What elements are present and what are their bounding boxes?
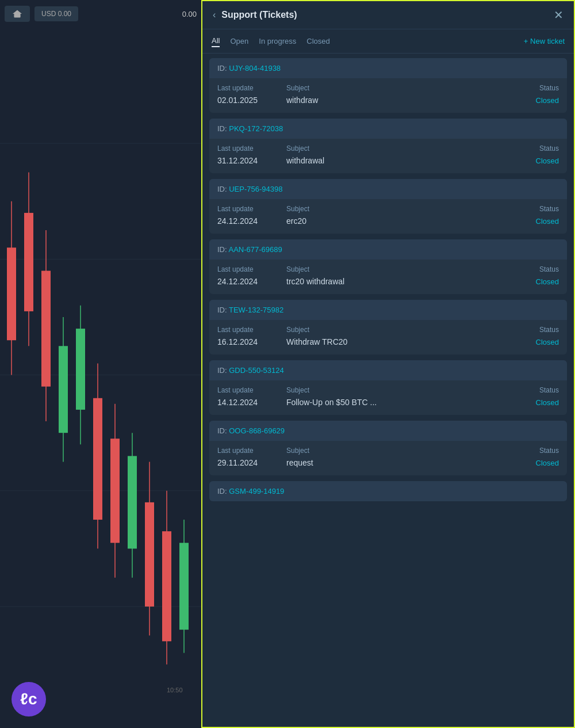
- ticket-id-link[interactable]: PKQ-172-72038: [229, 124, 283, 133]
- tickets-list: ID: UJY-804-41938 Last update Subject St…: [202, 54, 574, 727]
- ticket-subject: Withdraw TRC20: [286, 337, 524, 346]
- panel-header: ‹ Support (Tickets) ✕: [202, 1, 574, 29]
- ticket-meta-headers: Last update Subject Status: [217, 265, 559, 273]
- new-ticket-button[interactable]: + New ticket: [524, 37, 565, 45]
- ticket-card[interactable]: ID: GDD-550-53124 Last update Subject St…: [209, 360, 567, 415]
- ticket-id-link[interactable]: GDD-550-53124: [229, 366, 283, 375]
- tab-open[interactable]: Open: [230, 36, 248, 47]
- subject-label: Subject: [286, 447, 524, 455]
- ticket-id-row: ID: UEP-756-94398: [209, 179, 567, 199]
- ticket-status: Closed: [524, 157, 559, 165]
- ticket-status: Closed: [524, 398, 559, 407]
- svg-rect-11: [41, 270, 51, 386]
- ticket-meta-values: 14.12.2024 Follow-Up on $50 BTC ... Clos…: [217, 398, 559, 407]
- ticket-id-link[interactable]: AAN-677-69689: [229, 245, 282, 254]
- ticket-id-prefix: ID:: [217, 487, 229, 496]
- ticket-meta-headers: Last update Subject Status: [217, 326, 559, 334]
- ticket-date: 16.12.2024: [217, 337, 286, 346]
- ticket-meta-values: 29.11.2024 request Closed: [217, 458, 559, 467]
- ticket-id-link[interactable]: OOG-868-69629: [229, 426, 285, 435]
- ticket-card[interactable]: ID: GSM-499-14919: [209, 481, 567, 501]
- chart-price: 0.00: [182, 10, 197, 18]
- status-label: Status: [524, 326, 559, 334]
- ticket-subject: withdrawal: [286, 156, 524, 165]
- ticket-card[interactable]: ID: TEW-132-75982 Last update Subject St…: [209, 300, 567, 355]
- ticket-subject: Follow-Up on $50 BTC ...: [286, 398, 524, 407]
- ticket-card[interactable]: ID: UJY-804-41938 Last update Subject St…: [209, 58, 567, 113]
- subject-label: Subject: [286, 205, 524, 213]
- tab-all[interactable]: All: [212, 35, 220, 47]
- ticket-id-prefix: ID:: [217, 185, 229, 193]
- svg-rect-17: [93, 398, 102, 520]
- subject-label: Subject: [286, 265, 524, 273]
- ticket-meta-values: 31.12.2024 withdrawal Closed: [217, 156, 559, 165]
- ticket-details: Last update Subject Status 16.12.2024 Wi…: [209, 320, 567, 355]
- last-update-label: Last update: [217, 265, 286, 273]
- ticket-id-link[interactable]: UJY-804-41938: [229, 64, 281, 73]
- svg-rect-13: [59, 346, 68, 433]
- svg-rect-7: [7, 247, 16, 340]
- ticket-date: 02.01.2025: [217, 96, 286, 105]
- ticket-subject: trc20 withdrawal: [286, 277, 524, 286]
- ticket-subject: erc20: [286, 216, 524, 226]
- ticket-id-row: ID: OOG-868-69629: [209, 421, 567, 441]
- chart-canvas: 10:50: [0, 28, 201, 711]
- ticket-subject: request: [286, 458, 524, 467]
- ticket-card[interactable]: ID: OOG-868-69629 Last update Subject St…: [209, 421, 567, 475]
- balance-button[interactable]: USD 0.00: [34, 6, 78, 21]
- ticket-status: Closed: [524, 338, 559, 346]
- ticket-id-link[interactable]: UEP-756-94398: [229, 185, 282, 193]
- ticket-date: 29.11.2024: [217, 458, 286, 467]
- last-update-label: Last update: [217, 326, 286, 334]
- ticket-id-prefix: ID:: [217, 366, 229, 375]
- close-button[interactable]: ✕: [554, 9, 564, 21]
- panel-title-row: ‹ Support (Tickets): [213, 10, 297, 20]
- svg-rect-25: [162, 531, 171, 641]
- ticket-id-link[interactable]: TEW-132-75982: [229, 306, 283, 314]
- ticket-card[interactable]: ID: AAN-677-69689 Last update Subject St…: [209, 239, 567, 294]
- ticket-card[interactable]: ID: PKQ-172-72038 Last update Subject St…: [209, 119, 567, 173]
- last-update-label: Last update: [217, 205, 286, 213]
- svg-rect-27: [179, 543, 189, 630]
- last-update-label: Last update: [217, 144, 286, 153]
- ticket-details: Last update Subject Status 24.12.2024 er…: [209, 199, 567, 234]
- ticket-subject: withdraw: [286, 96, 524, 105]
- ticket-status: Closed: [524, 459, 559, 467]
- hat-icon: [12, 9, 23, 18]
- ticket-status: Closed: [524, 277, 559, 286]
- ticket-id-row: ID: PKQ-172-72038: [209, 119, 567, 139]
- hat-button[interactable]: [5, 6, 30, 22]
- tab-in-progress[interactable]: In progress: [259, 36, 296, 47]
- subject-label: Subject: [286, 386, 524, 394]
- ticket-meta-headers: Last update Subject Status: [217, 84, 559, 92]
- logo: ℓc: [12, 682, 46, 716]
- chart-top-bar: USD 0.00 0.00: [0, 0, 201, 28]
- ticket-details: Last update Subject Status 24.12.2024 tr…: [209, 260, 567, 294]
- ticket-card[interactable]: ID: UEP-756-94398 Last update Subject St…: [209, 179, 567, 234]
- ticket-status: Closed: [524, 96, 559, 105]
- ticket-date: 31.12.2024: [217, 156, 286, 165]
- subject-label: Subject: [286, 84, 524, 92]
- ticket-id-row: ID: GDD-550-53124: [209, 360, 567, 380]
- svg-rect-19: [110, 439, 120, 543]
- ticket-details: Last update Subject Status 14.12.2024 Fo…: [209, 380, 567, 415]
- tab-closed[interactable]: Closed: [306, 36, 329, 47]
- last-update-label: Last update: [217, 386, 286, 394]
- ticket-date: 24.12.2024: [217, 277, 286, 286]
- ticket-id-row: ID: UJY-804-41938: [209, 58, 567, 78]
- panel-title: Support (Tickets): [221, 10, 297, 20]
- ticket-meta-values: 24.12.2024 erc20 Closed: [217, 216, 559, 226]
- subject-label: Subject: [286, 326, 524, 334]
- ticket-id-prefix: ID:: [217, 306, 229, 314]
- status-label: Status: [524, 386, 559, 394]
- back-button[interactable]: ‹: [213, 10, 216, 20]
- ticket-id-prefix: ID:: [217, 245, 229, 254]
- ticket-id-row: ID: GSM-499-14919: [209, 481, 567, 501]
- ticket-details: Last update Subject Status 29.11.2024 re…: [209, 441, 567, 475]
- ticket-details: Last update Subject Status 31.12.2024 wi…: [209, 139, 567, 173]
- ticket-meta-headers: Last update Subject Status: [217, 386, 559, 394]
- ticket-id-link[interactable]: GSM-499-14919: [229, 487, 284, 496]
- ticket-id-prefix: ID:: [217, 124, 229, 133]
- status-label: Status: [524, 144, 559, 153]
- ticket-date: 24.12.2024: [217, 216, 286, 226]
